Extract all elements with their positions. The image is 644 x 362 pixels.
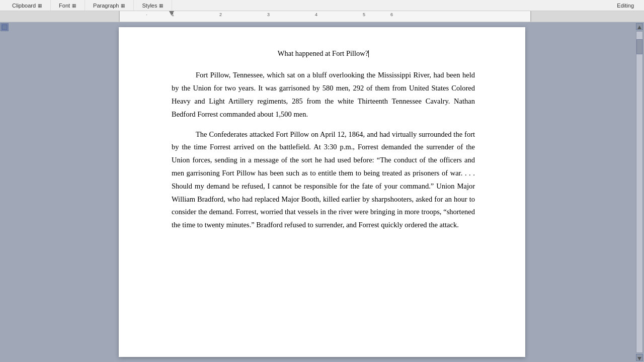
ribbon-editing[interactable]: Editing (611, 3, 640, 9)
left-sidebar (0, 22, 9, 362)
scroll-down-button[interactable] (636, 354, 643, 361)
svg-rect-0 (2, 25, 7, 30)
scrollbar-track[interactable] (636, 31, 643, 353)
right-sidebar (635, 22, 644, 362)
ribbon-font-label: Font (59, 3, 70, 9)
ribbon-clipboard[interactable]: Clipboard ▦ (4, 0, 51, 11)
ruler-left-margin (0, 11, 120, 22)
ribbon-clipboard-label: Clipboard (12, 3, 36, 9)
svg-marker-1 (637, 26, 641, 29)
ruler-num-5: 5 (363, 12, 365, 17)
text-cursor (368, 50, 369, 58)
paragraph-1[interactable]: Fort Pillow, Tennessee, which sat on a b… (172, 69, 475, 121)
ribbon-styles-label: Styles (142, 3, 157, 9)
ribbon-styles[interactable]: Styles ▦ (134, 0, 172, 11)
paragraph-expand-icon[interactable]: ▦ (121, 3, 125, 8)
main-area: What happened at Fort Pillow? Fort Pillo… (0, 22, 644, 362)
sidebar-top-icon-svg (1, 24, 8, 31)
scroll-up-icon (636, 25, 642, 31)
clipboard-expand-icon[interactable]: ▦ (38, 3, 42, 8)
scroll-down-icon (636, 355, 642, 361)
paragraph-2[interactable]: The Confederates attacked Fort Pillow on… (172, 128, 475, 232)
ruler-num-2: 2 (219, 12, 222, 17)
ribbon-paragraph[interactable]: Paragraph ▦ (85, 0, 134, 11)
paragraph-1-text: Fort Pillow, Tennessee, which sat on a b… (172, 71, 475, 118)
ruler: · 1 2 3 4 5 6 (0, 11, 644, 22)
ribbon-bar: Clipboard ▦ Font ▦ Paragraph ▦ Styles ▦ … (0, 0, 644, 11)
scroll-up-button[interactable] (636, 23, 643, 30)
ruler-num-6: 6 (390, 12, 393, 17)
doc-container[interactable]: What happened at Fort Pillow? Fort Pillo… (9, 22, 635, 362)
ruler-right-margin (530, 11, 644, 22)
paragraph-2-text: The Confederates attacked Fort Pillow on… (172, 130, 475, 229)
ruler-num-0: · (146, 12, 147, 17)
ribbon-paragraph-label: Paragraph (93, 3, 119, 9)
ribbon-font[interactable]: Font ▦ (51, 0, 85, 11)
font-expand-icon[interactable]: ▦ (72, 3, 76, 8)
styles-expand-icon[interactable]: ▦ (159, 3, 164, 8)
page[interactable]: What happened at Fort Pillow? Fort Pillo… (119, 27, 525, 357)
svg-marker-2 (637, 357, 641, 360)
ruler-num-1: 1 (172, 12, 174, 17)
ruler-num-3: 3 (267, 12, 270, 17)
title-text: What happened at Fort Pillow? (278, 49, 368, 57)
left-sidebar-icon-top[interactable] (1, 23, 9, 31)
ruler-num-4: 4 (315, 12, 317, 17)
scrollbar-thumb[interactable] (636, 39, 642, 54)
ruler-center: · 1 2 3 4 5 6 (120, 11, 530, 22)
document-title: What happened at Fort Pillow? (172, 47, 475, 60)
ribbon-editing-label: Editing (617, 3, 634, 9)
